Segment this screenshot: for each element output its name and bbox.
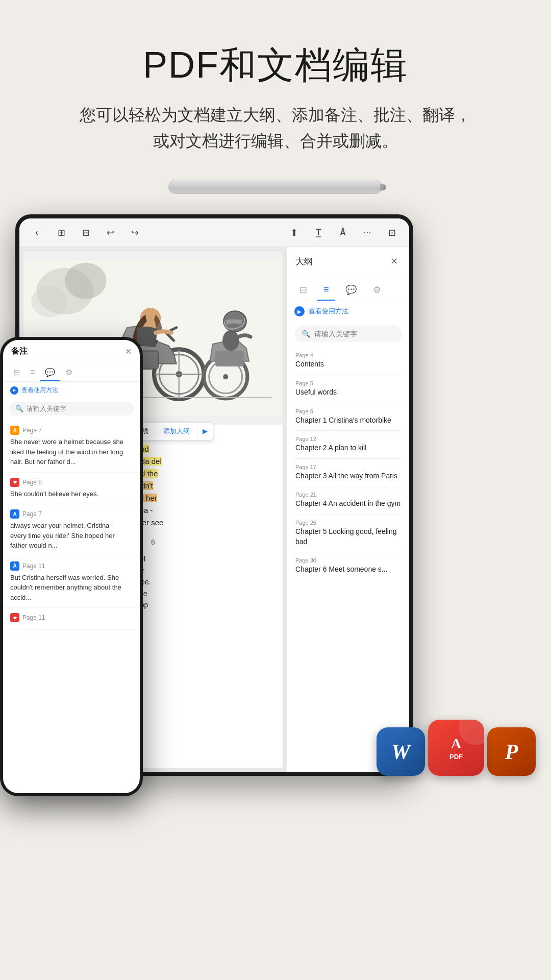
outline-chapter: Chapter 3 All the way from Paris <box>295 471 401 481</box>
layout-button[interactable]: ⊞ <box>52 224 70 242</box>
note-page-label: A Page 7 <box>10 426 133 435</box>
note-page-text: Page 8 <box>22 479 42 486</box>
outline-divider <box>295 430 401 431</box>
phone-help[interactable]: ▶ 查看使用方法 <box>3 382 140 399</box>
outline-divider <box>295 486 401 486</box>
outline-chapter: Chapter 6 Meet someone s... <box>295 565 401 575</box>
phone-search-icon: 🔍 <box>15 405 23 412</box>
list-item[interactable]: Page 4 Contents <box>287 348 409 374</box>
ppt-app-icon[interactable]: P <box>487 727 536 776</box>
phone-tab-bookmark[interactable]: ⊟ <box>8 364 25 381</box>
note-badge-blue2: A <box>10 561 19 571</box>
outline-chapter: Chapter 1 Cristina's motorbike <box>295 415 401 426</box>
outline-page: Page 12 <box>295 436 401 442</box>
acrobat-label: PDF <box>449 753 463 761</box>
outline-divider <box>295 375 401 375</box>
phone-close-button[interactable]: ✕ <box>125 347 132 356</box>
outline-tabs: ⊟ ≡ 💬 ⚙ <box>287 276 409 301</box>
outline-search-input[interactable] <box>314 330 404 338</box>
list-item[interactable]: ★ Page 8 She couldn't believe her eyes. <box>3 473 140 505</box>
outline-header: 大纲 ✕ <box>287 247 409 276</box>
stylus-bar <box>0 180 551 194</box>
page-title: PDF和文档编辑 <box>20 41 531 90</box>
phone-inner: 备注 ✕ ⊟ ≡ 💬 ⚙ ▶ 查看使用方法 🔍 A <box>3 340 140 793</box>
outline-page: Page 26 <box>295 520 401 526</box>
outline-page: Page 6 <box>295 408 401 414</box>
list-item[interactable]: Page 17 Chapter 3 All the way from Paris <box>287 460 409 485</box>
phone-tab-settings[interactable]: ⚙ <box>60 364 78 381</box>
outline-page: Page 21 <box>295 492 401 498</box>
undo-button[interactable]: ↩ <box>101 224 119 242</box>
outline-tab-list[interactable]: ≡ <box>317 280 335 301</box>
list-item[interactable]: Page 6 Chapter 1 Cristina's motorbike <box>287 404 409 430</box>
search-icon: 🔍 <box>302 330 310 338</box>
outline-tab-settings[interactable]: ⚙ <box>367 280 387 301</box>
phone-tabs: ⊟ ≡ 💬 ⚙ <box>3 361 140 382</box>
outline-divider <box>295 514 401 514</box>
outline-chapter: Chapter 2 A plan to kill <box>295 443 401 453</box>
outline-tab-comment[interactable]: 💬 <box>339 280 363 301</box>
svg-rect-22 <box>215 351 244 366</box>
text-button[interactable]: T̲ <box>309 224 328 242</box>
list-item[interactable]: Page 30 Chapter 6 Meet someone s... <box>287 553 409 579</box>
list-item[interactable]: Page 26 Chapter 5 Looking good, feeling … <box>287 516 409 551</box>
phone-search-input[interactable] <box>27 405 128 412</box>
outline-page: Page 5 <box>295 380 401 386</box>
annotate-button[interactable]: Â <box>334 224 352 242</box>
phone-tab-comment[interactable]: 💬 <box>40 364 60 381</box>
acrobat-symbol: A <box>451 736 461 752</box>
page-header: PDF和文档编辑 您可以轻松为文档建立大纲、添加备注、批注、翻译，或对文档进行编… <box>0 0 551 169</box>
note-page-text: Page 7 <box>22 427 42 434</box>
word-letter: W <box>391 741 410 763</box>
pdf-app-icon[interactable]: A PDF <box>428 720 484 776</box>
outline-page: Page 30 <box>295 557 401 564</box>
outline-page: Page 4 <box>295 352 401 358</box>
note-badge-blue: A <box>10 509 19 519</box>
list-item[interactable]: A Page 11 But Cristina herself was worri… <box>3 556 140 608</box>
outline-title: 大纲 <box>295 256 313 267</box>
phone-device: 备注 ✕ ⊟ ≡ 💬 ⚙ ▶ 查看使用方法 🔍 A <box>0 337 143 796</box>
phone-help-text: 查看使用方法 <box>21 386 58 395</box>
outline-close-button[interactable]: ✕ <box>387 254 401 268</box>
devices-wrapper: ‹ ⊞ ⊟ ↩ ↪ ⬆ T̲ Â ··· ⊡ <box>0 194 551 806</box>
outline-panel: 大纲 ✕ ⊟ ≡ 💬 ⚙ ▶ 查看使用方法 🔍 <box>287 247 409 772</box>
share-button[interactable]: ⬆ <box>285 224 303 242</box>
outline-search[interactable]: 🔍 <box>294 326 402 342</box>
svg-point-23 <box>222 330 239 351</box>
list-item[interactable]: A Page 7 She never wore a helmet because… <box>3 421 140 473</box>
ppt-letter: P <box>505 740 518 764</box>
phone-search[interactable]: 🔍 <box>9 402 134 415</box>
outline-chapter: Chapter 4 An accident in the gym <box>295 499 401 509</box>
outline-chapter: Contents <box>295 359 401 370</box>
add-outline-button[interactable]: 添加大纲 <box>156 423 197 440</box>
outline-divider <box>295 403 401 403</box>
page-subtitle: 您可以轻松为文档建立大纲、添加备注、批注、翻译，或对文档进行编辑、合并或删减。 <box>20 102 531 154</box>
list-item[interactable]: Page 5 Useful words <box>287 376 409 402</box>
phone-play-icon: ▶ <box>10 386 18 395</box>
panel-toggle-button[interactable]: ⊡ <box>383 224 401 242</box>
list-item[interactable]: A Page 7 always wear your helmet, Cristi… <box>3 504 140 556</box>
note-badge-star2: ★ <box>10 613 19 622</box>
more-options-button[interactable]: ▶ <box>197 423 213 440</box>
list-item[interactable]: Page 12 Chapter 2 A plan to kill <box>287 432 409 457</box>
back-button[interactable]: ‹ <box>28 224 46 242</box>
phone-header: 备注 ✕ <box>3 340 140 361</box>
tablet-toolbar: ‹ ⊞ ⊟ ↩ ↪ ⬆ T̲ Â ··· ⊡ <box>19 218 409 247</box>
outline-tab-bookmark[interactable]: ⊟ <box>293 280 313 301</box>
list-item[interactable]: Page 21 Chapter 4 An accident in the gym <box>287 487 409 513</box>
phone-notes-list: A Page 7 She never wore a helmet because… <box>3 419 140 793</box>
word-app-icon[interactable]: W <box>377 727 425 776</box>
note-page-text: Page 11 <box>22 562 45 570</box>
outline-help[interactable]: ▶ 查看使用方法 <box>287 301 409 322</box>
grid-button[interactable]: ⊟ <box>77 224 95 242</box>
outline-page: Page 17 <box>295 464 401 470</box>
outline-divider <box>295 458 401 459</box>
outline-chapter: Chapter 5 Looking good, feeling bad <box>295 527 401 547</box>
note-content: She couldn't believe her eyes. <box>10 489 133 499</box>
note-page-label: A Page 7 <box>10 509 133 519</box>
redo-button[interactable]: ↪ <box>126 224 144 242</box>
more-button[interactable]: ··· <box>358 224 377 242</box>
phone-tab-list[interactable]: ≡ <box>25 364 40 381</box>
list-item[interactable]: ★ Page 11 <box>3 608 140 630</box>
note-content: But Cristina herself was worried. She co… <box>10 573 133 603</box>
